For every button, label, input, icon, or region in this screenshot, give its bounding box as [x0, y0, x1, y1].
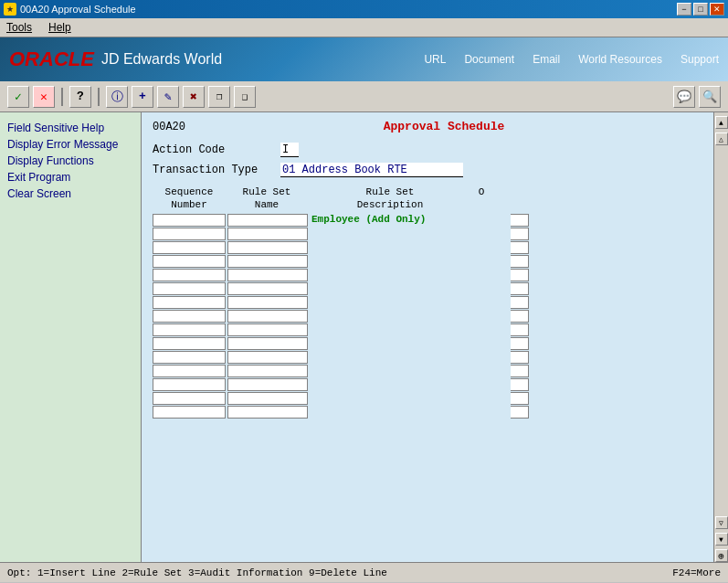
- grid-cell-opt[interactable]: [511, 228, 529, 240]
- menu-tools[interactable]: Tools: [4, 20, 35, 35]
- grid-area: Sequence Rule Set Rule Set O Number Name…: [153, 186, 702, 419]
- grid-cell-name[interactable]: [227, 392, 308, 405]
- grid-cell-desc: [310, 392, 511, 405]
- menu-bar: Tools Help: [0, 18, 728, 37]
- grid-cell-seq[interactable]: [153, 378, 226, 391]
- grid-cell-opt[interactable]: [511, 255, 529, 268]
- grid-cell-desc: [310, 241, 511, 254]
- copy-button[interactable]: ❐: [208, 86, 230, 108]
- grid-cell-desc: [310, 255, 511, 268]
- grid-cell-name[interactable]: [227, 323, 308, 336]
- sidebar-item-clear-screen[interactable]: Clear Screen: [4, 186, 137, 202]
- transaction-type-input[interactable]: [280, 163, 463, 177]
- info-button[interactable]: ⓘ: [106, 86, 128, 108]
- main-content: Field Sensitive Help Display Error Messa…: [0, 112, 728, 562]
- grid-cell-opt[interactable]: [511, 365, 529, 377]
- scroll-up-small-button[interactable]: △: [715, 132, 728, 145]
- table-row: [153, 337, 702, 350]
- grid-cell-name[interactable]: [227, 282, 308, 295]
- search-button[interactable]: 🔍: [699, 86, 721, 108]
- scroll-down-button[interactable]: ▼: [715, 533, 728, 546]
- grid-cell-seq[interactable]: [153, 255, 226, 268]
- grid-cell-seq[interactable]: [153, 228, 226, 240]
- grid-cell-seq[interactable]: [153, 282, 226, 295]
- grid-cell-opt[interactable]: [511, 310, 529, 323]
- grid-cell-opt[interactable]: [511, 241, 529, 254]
- grid-cell-name[interactable]: [227, 406, 308, 419]
- grid-cell-seq[interactable]: [153, 323, 226, 336]
- grid-cell-seq[interactable]: [153, 351, 226, 364]
- grid-cell-seq[interactable]: [153, 241, 226, 254]
- table-row: [153, 228, 702, 240]
- zoom-button[interactable]: ⊕: [715, 549, 728, 562]
- grid-cell-name[interactable]: [227, 228, 308, 240]
- transaction-type-label: Transaction Type: [153, 164, 280, 176]
- paste-button[interactable]: ❑: [234, 86, 256, 108]
- grid-cell-seq[interactable]: [153, 406, 226, 419]
- grid-cell-name[interactable]: [227, 378, 308, 391]
- oracle-header: ORACLE JD Edwards World URL Document Ema…: [0, 37, 728, 81]
- grid-cell-name[interactable]: [227, 241, 308, 254]
- grid-cell-seq[interactable]: [153, 296, 226, 309]
- grid-cell-opt[interactable]: [511, 282, 529, 295]
- grid-cell-opt[interactable]: [511, 351, 529, 364]
- close-button[interactable]: ✕: [710, 3, 724, 16]
- grid-cell-name[interactable]: [227, 255, 308, 268]
- oracle-logo: ORACLE JD Edwards World: [9, 48, 222, 71]
- grid-cell-opt[interactable]: [511, 406, 529, 419]
- check-button[interactable]: ✓: [7, 86, 29, 108]
- grid-cell-name[interactable]: [227, 269, 308, 281]
- grid-cell-seq[interactable]: [153, 310, 226, 323]
- sidebar-item-exit-program[interactable]: Exit Program: [4, 169, 137, 186]
- grid-cell-opt[interactable]: [511, 378, 529, 391]
- delete-button[interactable]: ✖: [183, 86, 205, 108]
- help-button[interactable]: ?: [69, 86, 91, 108]
- action-code-input[interactable]: [280, 143, 299, 157]
- scroll-up-button[interactable]: ▲: [715, 116, 728, 129]
- grid-cell-opt[interactable]: [511, 337, 529, 350]
- grid-cell-seq[interactable]: [153, 365, 226, 377]
- grid-cell-seq[interactable]: [153, 337, 226, 350]
- header-nav: URL Document Email World Resources Suppo…: [424, 53, 719, 66]
- edit-button[interactable]: ✎: [157, 86, 179, 108]
- grid-cell-name[interactable]: [227, 296, 308, 309]
- title-bar-controls: − □ ✕: [677, 3, 724, 16]
- cancel-button[interactable]: ✕: [33, 86, 55, 108]
- minimize-button[interactable]: −: [677, 3, 691, 16]
- grid-cell-seq[interactable]: [153, 392, 226, 405]
- grid-cell-name[interactable]: [227, 337, 308, 350]
- scroll-down-small-button[interactable]: ▽: [715, 516, 728, 529]
- grid-header-rule-desc: Rule Set: [308, 186, 472, 197]
- form-program-id: 00A20: [153, 121, 185, 133]
- grid-cell-desc: [310, 228, 511, 240]
- nav-email[interactable]: Email: [533, 53, 560, 66]
- grid-cell-opt[interactable]: [511, 323, 529, 336]
- grid-cell-seq[interactable]: [153, 269, 226, 281]
- form-area: 00A20 Approval Schedule Action Code Tran…: [142, 112, 713, 562]
- grid-cell-name[interactable]: [227, 310, 308, 323]
- grid-cell-opt[interactable]: [511, 296, 529, 309]
- add-button[interactable]: +: [132, 86, 153, 108]
- grid-cell-name[interactable]: [227, 365, 308, 377]
- grid-cell-opt[interactable]: [511, 214, 529, 227]
- grid-cell-name[interactable]: [227, 351, 308, 364]
- menu-help[interactable]: Help: [46, 20, 74, 35]
- toolbar-separator-1: [61, 88, 63, 106]
- maximize-button[interactable]: □: [693, 3, 708, 16]
- sidebar-item-error-msg[interactable]: Display Error Message: [4, 136, 137, 153]
- grid-cell-desc: [310, 378, 511, 391]
- grid-cell-opt[interactable]: [511, 392, 529, 405]
- sidebar-item-field-help[interactable]: Field Sensitive Help: [4, 120, 137, 136]
- nav-document[interactable]: Document: [464, 53, 514, 66]
- nav-url[interactable]: URL: [424, 53, 446, 66]
- table-row: [153, 365, 702, 377]
- grid-cell-opt[interactable]: [511, 269, 529, 281]
- nav-support[interactable]: Support: [681, 53, 719, 66]
- grid-cell-seq[interactable]: [153, 214, 226, 227]
- chat-button[interactable]: 💬: [673, 86, 695, 108]
- nav-world-resources[interactable]: World Resources: [578, 53, 662, 66]
- grid-cell-desc: [310, 296, 511, 309]
- sidebar-item-display-functions[interactable]: Display Functions: [4, 153, 137, 169]
- grid-cell-name[interactable]: [227, 214, 308, 227]
- table-row: [153, 296, 702, 309]
